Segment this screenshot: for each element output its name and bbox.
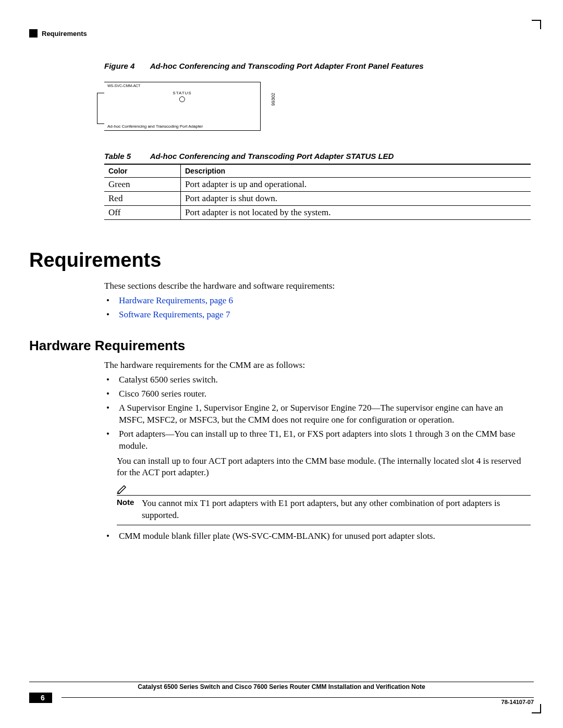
table-row: Off Port adapter is not located by the s… (104, 206, 531, 220)
table-header-description: Description (181, 164, 531, 178)
hw-bullet-text: Port adapters—You can install up to thre… (119, 428, 531, 452)
hw-bullet-text: A Supervisor Engine 1, Supervisor Engine… (119, 402, 531, 426)
bullet-icon: • (104, 309, 119, 321)
table-cell-desc: Port adapter is shut down. (181, 192, 531, 206)
diagram-description-label: Ad-hoc Conferencing and Transcoding Port… (107, 124, 203, 129)
table-header-row: Color Description (104, 164, 531, 178)
diagram-status-label: STATUS (173, 91, 191, 95)
requirements-intro-block: These sections describe the hardware and… (104, 280, 531, 323)
figure-diagram: WS-SVC-CMM-ACT STATUS Ad-hoc Conferencin… (104, 80, 271, 137)
content-area: Figure 4 Ad-hoc Conferencing and Transco… (104, 61, 531, 240)
list-item: • Hardware Requirements, page 6 (104, 295, 531, 307)
list-item: • Software Requirements, page 7 (104, 309, 531, 321)
requirements-link-list: • Hardware Requirements, page 6 • Softwa… (104, 295, 531, 321)
table-number: Table 5 (104, 152, 148, 161)
table-header-color: Color (104, 164, 181, 178)
header-section-title: Requirements (42, 30, 87, 38)
footer-rule (29, 682, 534, 682)
table-cell-color: Red (104, 192, 181, 206)
list-item: • Port adapters—You can install up to th… (104, 428, 531, 452)
page-footer: Catalyst 6500 Series Switch and Cisco 76… (29, 682, 534, 703)
diagram-model-label: WS-SVC-CMM-ACT (107, 84, 140, 88)
figure-title: Ad-hoc Conferencing and Transcoding Port… (150, 61, 424, 70)
hw-bullet-list-2: • CMM module blank filler plate (WS-SVC-… (104, 530, 531, 542)
hw-bullet-text: CMM module blank filler plate (WS-SVC-CM… (119, 530, 435, 542)
hw-bullet-text: Cisco 7600 series router. (119, 388, 206, 400)
footer-page-number: 6 (29, 693, 52, 703)
bullet-icon: • (104, 428, 119, 452)
requirements-intro-text: These sections describe the hardware and… (104, 280, 531, 292)
table-row: Green Port adapter is up and operational… (104, 178, 531, 192)
diagram-status-group: STATUS (173, 91, 191, 102)
note-rule-bottom (117, 525, 531, 525)
note-content: Note You cannot mix T1 port adapters wit… (117, 496, 531, 522)
note-pencil-icon (117, 484, 129, 494)
note-box: Note You cannot mix T1 port adapters wit… (117, 484, 531, 525)
list-item: • CMM module blank filler plate (WS-SVC-… (104, 530, 531, 542)
footer-line (62, 697, 534, 698)
heading-requirements: Requirements (29, 249, 161, 272)
diagram-frame: WS-SVC-CMM-ACT STATUS Ad-hoc Conferencin… (104, 82, 261, 131)
list-item: • Cisco 7600 series router. (104, 388, 531, 400)
bullet-icon: • (104, 388, 119, 400)
hw-paragraph: You can install up to four ACT port adap… (117, 455, 531, 478)
footer-doc-title: Catalyst 6500 Series Switch and Cisco 76… (29, 683, 534, 690)
hardware-requirements-block: The hardware requirements for the CMM ar… (104, 360, 531, 545)
bullet-icon: • (104, 295, 119, 307)
header-marker-icon (29, 29, 38, 38)
list-item: • A Supervisor Engine 1, Supervisor Engi… (104, 402, 531, 426)
table-title: Ad-hoc Conferencing and Transcoding Port… (150, 152, 394, 161)
running-header: Requirements (29, 29, 534, 38)
link-software-requirements[interactable]: Software Requirements, page 7 (119, 309, 230, 321)
table-cell-desc: Port adapter is not located by the syste… (181, 206, 531, 220)
hw-bullet-text: Catalyst 6500 series switch. (119, 374, 218, 386)
bullet-icon: • (104, 402, 119, 426)
heading-hardware-requirements: Hardware Requirements (29, 338, 185, 354)
crop-mark-top-right (532, 20, 541, 29)
link-hardware-requirements[interactable]: Hardware Requirements, page 6 (119, 295, 233, 307)
hw-intro-text: The hardware requirements for the CMM ar… (104, 360, 531, 371)
table-row: Red Port adapter is shut down. (104, 192, 531, 206)
note-label: Note (117, 498, 142, 522)
diagram-tab (97, 93, 104, 124)
table-cell-color: Green (104, 178, 181, 192)
hw-bullet-list: • Catalyst 6500 series switch. • Cisco 7… (104, 374, 531, 452)
table-cell-color: Off (104, 206, 181, 220)
footer-doc-number: 78-14107-07 (501, 699, 534, 705)
status-led-icon (179, 96, 185, 102)
bullet-icon: • (104, 374, 119, 386)
figure-caption: Figure 4 Ad-hoc Conferencing and Transco… (104, 61, 531, 70)
table-caption: Table 5 Ad-hoc Conferencing and Transcod… (104, 152, 531, 161)
footer-bar: 6 78-14107-07 (29, 693, 534, 703)
status-led-table: Color Description Green Port adapter is … (104, 164, 531, 220)
bullet-icon: • (104, 530, 119, 542)
crop-mark-bottom-right (532, 704, 541, 713)
note-text: You cannot mix T1 port adapters with E1 … (142, 498, 531, 522)
table-cell-desc: Port adapter is up and operational. (181, 178, 531, 192)
diagram-reference-number: 99302 (271, 93, 276, 106)
figure-number: Figure 4 (104, 61, 148, 70)
list-item: • Catalyst 6500 series switch. (104, 374, 531, 386)
page: Requirements Figure 4 Ad-hoc Conferencin… (0, 0, 563, 728)
